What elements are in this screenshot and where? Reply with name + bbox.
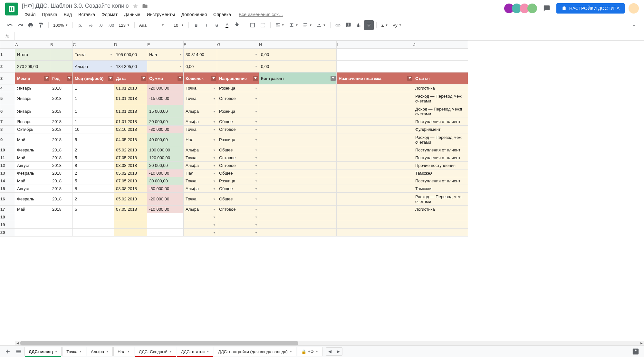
- cell-H18[interactable]: [259, 213, 337, 221]
- menu-вид[interactable]: Вид: [61, 11, 74, 18]
- cell-C15[interactable]: 8: [73, 185, 114, 193]
- cell-F12[interactable]: Альфа▼: [184, 162, 217, 169]
- cell-D2[interactable]: 134 395,00: [114, 61, 147, 72]
- cell-B4[interactable]: 2018: [50, 84, 73, 92]
- cell-F7[interactable]: Альфа▼: [184, 118, 217, 126]
- cell-G14[interactable]: Розница▼: [217, 177, 259, 185]
- cell-J4[interactable]: Логистика: [413, 84, 468, 92]
- cell-H9[interactable]: [259, 133, 337, 146]
- cell-D12[interactable]: 08.08.2018: [114, 162, 147, 169]
- cell-D10[interactable]: 05.02.2018: [114, 146, 147, 154]
- cell-E15[interactable]: -50 000,00: [147, 185, 184, 193]
- col-header-D[interactable]: D: [114, 41, 147, 49]
- cell-E3[interactable]: Сумма: [147, 72, 184, 84]
- cell-B20[interactable]: [50, 229, 73, 236]
- text-color-button[interactable]: A: [222, 20, 232, 30]
- cell-J14[interactable]: Поступления от клиент: [413, 177, 468, 185]
- cell-D13[interactable]: 05.02.2018: [114, 169, 147, 177]
- sheets-logo[interactable]: [5, 3, 18, 15]
- menu-данные[interactable]: Данные: [121, 11, 143, 18]
- cell-H3[interactable]: Контрагент: [259, 72, 337, 84]
- cell-J9[interactable]: Расход — Перевод меж счетами: [413, 133, 468, 146]
- cell-D11[interactable]: 07.05.2018: [114, 154, 147, 162]
- cell-J11[interactable]: Поступления от клиент: [413, 154, 468, 162]
- cell-E17[interactable]: -10 000,00: [147, 206, 184, 213]
- row-header-1[interactable]: 1: [0, 49, 15, 61]
- cell-A8[interactable]: Октябрь: [15, 126, 50, 133]
- cell-H15[interactable]: [259, 185, 337, 193]
- filter-icon[interactable]: [211, 76, 216, 81]
- row-header-2[interactable]: 2: [0, 61, 15, 72]
- cell-E7[interactable]: 20 000,00: [147, 118, 184, 126]
- fx-label[interactable]: fx: [0, 32, 15, 40]
- cell-F15[interactable]: Альфа▼: [184, 185, 217, 193]
- cell-H1[interactable]: 0,00: [259, 49, 337, 61]
- cell-H4[interactable]: [259, 84, 337, 92]
- menu-формат[interactable]: Формат: [99, 11, 120, 18]
- cell-G5[interactable]: Оптовое▼: [217, 92, 259, 105]
- cell-E6[interactable]: 15 000,00: [147, 105, 184, 118]
- filter-icon[interactable]: [108, 76, 113, 81]
- row-header-4[interactable]: 4: [0, 84, 15, 92]
- row-header-13[interactable]: 13: [0, 169, 15, 177]
- cell-G17[interactable]: Оптовое▼: [217, 206, 259, 213]
- merge-cells-button[interactable]: [258, 20, 268, 30]
- row-header-17[interactable]: 17: [0, 206, 15, 213]
- cell-C8[interactable]: 10: [73, 126, 114, 133]
- increase-decimal-button[interactable]: .00: [106, 20, 116, 30]
- cell-A12[interactable]: Август: [15, 162, 50, 169]
- cell-G1[interactable]: ▼: [217, 49, 259, 61]
- input-lang-dropdown[interactable]: Ру▼: [390, 22, 403, 29]
- filter-button[interactable]: [364, 20, 374, 30]
- col-header-I[interactable]: I: [337, 41, 413, 49]
- cell-F17[interactable]: Альфа▼: [184, 206, 217, 213]
- cell-B11[interactable]: 2018: [50, 154, 73, 162]
- print-button[interactable]: [26, 20, 35, 30]
- cell-D16[interactable]: 05.02.2018: [114, 193, 147, 206]
- cell-A6[interactable]: Январь: [15, 105, 50, 118]
- cell-A15[interactable]: Август: [15, 185, 50, 193]
- cell-B17[interactable]: 2018: [50, 206, 73, 213]
- cell-B10[interactable]: 2018: [50, 146, 73, 154]
- filter-icon[interactable]: [178, 76, 183, 81]
- col-header-G[interactable]: G: [217, 41, 259, 49]
- cell-F11[interactable]: Точка▼: [184, 154, 217, 162]
- col-header-H[interactable]: H: [259, 41, 337, 49]
- cell-B15[interactable]: 2018: [50, 185, 73, 193]
- cell-B6[interactable]: 2018: [50, 105, 73, 118]
- comment-button[interactable]: [343, 20, 353, 30]
- cell-A17[interactable]: Май: [15, 206, 50, 213]
- cell-D5[interactable]: 01.01.2018: [114, 92, 147, 105]
- collaborator-avatars[interactable]: [506, 4, 537, 13]
- cell-E18[interactable]: [147, 213, 184, 221]
- col-header-J[interactable]: J: [413, 41, 468, 49]
- row-header-5[interactable]: 5: [0, 92, 15, 105]
- cell-B14[interactable]: 2018: [50, 177, 73, 185]
- cell-C4[interactable]: 1: [73, 84, 114, 92]
- row-header-16[interactable]: 16: [0, 193, 15, 206]
- filter-icon[interactable]: [67, 76, 72, 81]
- cell-A3[interactable]: Месяц: [15, 72, 50, 84]
- cell-B7[interactable]: 2018: [50, 118, 73, 126]
- cell-C3[interactable]: Мсц (цифрой): [73, 72, 114, 84]
- cell-A13[interactable]: Февраль: [15, 169, 50, 177]
- bold-button[interactable]: B: [191, 20, 201, 30]
- cell-A1[interactable]: Итого: [15, 49, 50, 61]
- valign-dropdown[interactable]: ▼: [287, 21, 300, 29]
- decrease-decimal-button[interactable]: .0: [96, 20, 106, 30]
- cell-A16[interactable]: Февраль: [15, 193, 50, 206]
- cell-F10[interactable]: Альфа▼: [184, 146, 217, 154]
- cell-B13[interactable]: 2018: [50, 169, 73, 177]
- cell-J20[interactable]: [413, 229, 468, 236]
- italic-button[interactable]: I: [202, 20, 211, 30]
- cell-G13[interactable]: Общее▼: [217, 169, 259, 177]
- cell-F5[interactable]: Точка▼: [184, 92, 217, 105]
- share-button[interactable]: НАСТРОЙКИ ДОСТУПА: [556, 3, 625, 14]
- cell-D18[interactable]: [114, 213, 147, 221]
- cell-I13[interactable]: [337, 169, 413, 177]
- cell-J16[interactable]: Расход — Перевод меж счетами: [413, 193, 468, 206]
- cell-A7[interactable]: Январь: [15, 118, 50, 126]
- cell-E8[interactable]: -30 000,00: [147, 126, 184, 133]
- row-header-6[interactable]: 6: [0, 105, 15, 118]
- cell-H12[interactable]: [259, 162, 337, 169]
